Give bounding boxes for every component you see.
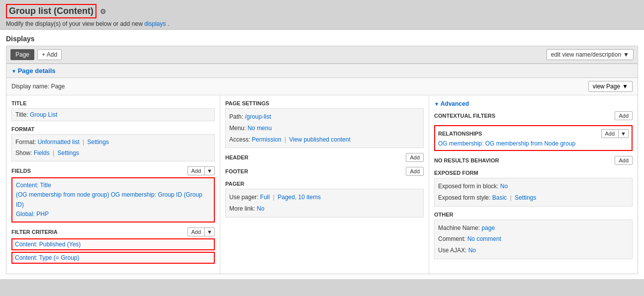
edit-view-button[interactable]: edit view name/description ▼ [547,49,634,60]
menu-value-link[interactable]: No menu [248,125,272,132]
title-section-content: Title: Group List [11,108,215,121]
page-header: Group list (Content) ⚙ Modify the displa… [0,0,644,30]
more-link-value[interactable]: No [257,205,264,212]
access-label: Access: [229,136,250,143]
filter-criteria-label: FILTER CRITERIA [11,229,58,235]
format-value-link[interactable]: Unformatted list [38,139,80,146]
page-details-title[interactable]: Page details [11,67,56,74]
contextual-filters-label: CONTEXTUAL FILTERS [434,113,495,119]
show-label: Show: [15,149,32,156]
view-page-button[interactable]: view Page ▼ [588,81,633,92]
header-section-label: HEADER [225,154,248,160]
filter-item-0[interactable]: Content: Published (Yes) [11,238,215,250]
col-middle: PAGE SETTINGS Path: /group-list Menu: No… [220,95,429,274]
displays-link[interactable]: displays [144,20,166,27]
block-label: Exposed form in block: [438,183,498,190]
dropdown-arrow-icon: ▼ [623,51,629,58]
show-row: Show: Fields | Settings [15,148,211,159]
use-pager-label: Use pager: [229,194,259,201]
footer-section-label: FOOTER [225,168,248,174]
show-settings-link[interactable]: Settings [58,149,79,156]
display-name-label: Display name: [11,83,49,90]
header-add-button[interactable]: Add [406,153,424,162]
fields-section-header: FIELDS Add ▼ [11,166,215,175]
advanced-header[interactable]: Advanced [434,100,633,107]
style-settings-link[interactable]: Settings [515,194,536,201]
header-section: HEADER Add [225,153,424,162]
filter-add-dropdown: Add ▼ [187,227,215,236]
access-row: Access: Permission | View published cont… [229,134,420,146]
other-content: Machine Name: page Comment: No comment U… [434,220,633,259]
col-right: Advanced CONTEXTUAL FILTERS Add RELATION… [429,95,638,274]
menu-label: Menu: [229,125,246,132]
pager-section-content: Use pager: Full | Paged, 10 items More l… [225,189,424,218]
relationships-header: RELATIONSHIPS Add ▼ [438,129,629,138]
fields-add-button[interactable]: Add [187,166,205,175]
contextual-filters-add-button[interactable]: Add [615,111,633,120]
comment-label: Comment: [438,235,465,242]
other-label: OTHER [434,212,454,218]
block-value-link[interactable]: No [500,183,508,190]
title-value-link[interactable]: Group List [30,111,57,118]
page-details-section: Page details Display name: Page view Pag… [6,64,638,274]
machine-name-row: Machine Name: page [438,222,629,234]
other-header: OTHER [434,212,633,218]
pager-paged-link[interactable]: Paged, 10 items [277,194,321,201]
add-display-button[interactable]: + Add [37,49,62,60]
filter-item-1[interactable]: Content: Type (= Group) [11,252,215,264]
block-row: Exposed form in block: No [438,181,629,192]
path-value-link[interactable]: /group-list [245,113,271,120]
fields-add-arrow-button[interactable]: ▼ [204,166,215,175]
machine-name-value[interactable]: page [481,224,495,231]
relationships-add-button[interactable]: Add [601,129,619,138]
ajax-row: Use AJAX: No [438,245,629,256]
relationships-section: RELATIONSHIPS Add ▼ OG membership: OG me… [434,125,633,151]
pager-section-header: PAGER [225,181,424,187]
fields-section: FIELDS Add ▼ Content: Title (OG membersh… [11,166,215,222]
footer-section: FOOTER Add [225,167,424,176]
title-label: Title: [15,111,28,118]
no-results-add-button[interactable]: Add [615,156,633,165]
filter-items-container: Content: Published (Yes) Content: Type (… [11,238,215,264]
filter-link-1[interactable]: Content: Type (= Group) [15,254,80,261]
displays-left: Page + Add [10,49,62,60]
filter-add-button[interactable]: Add [187,227,205,236]
show-value-link[interactable]: Fields [34,149,50,156]
title-section-label: TITLE [11,100,27,106]
page-settings-content: Path: /group-list Menu: No menu Access: … [225,108,424,148]
relationships-item[interactable]: OG membership: OG membership from Node g… [438,140,575,147]
no-results-header: NO RESULTS BEHAVIOR Add [434,156,633,165]
access-permission-link[interactable]: Permission [252,136,281,143]
field-item-2[interactable]: Global: PHP [16,211,49,218]
ajax-value[interactable]: No [468,247,476,254]
pager-section-label: PAGER [225,181,244,187]
exposed-form-label: EXPOSED FORM [434,170,478,176]
gear-icon[interactable]: ⚙ [100,7,106,15]
path-label: Path: [229,113,243,120]
no-results-section: NO RESULTS BEHAVIOR Add [434,156,633,165]
title-section-header: TITLE [11,100,215,106]
fields-list: Content: Title (OG membership from node … [16,181,210,219]
field-item-0[interactable]: Content: Title [16,182,51,189]
filter-link-0[interactable]: Content: Published (Yes) [15,241,81,248]
menu-row: Menu: No menu [229,123,420,134]
comment-value[interactable]: No comment [467,235,501,242]
field-item-1[interactable]: (OG membership from node group) OG membe… [16,191,202,208]
view-published-link[interactable]: View published content [289,136,351,143]
displays-bar: Page + Add edit view name/description ▼ [6,46,638,64]
filter-add-arrow-button[interactable]: ▼ [204,227,215,236]
displays-section-title: Displays [6,35,638,43]
title-section: TITLE Title: Group List [11,100,215,121]
footer-add-button[interactable]: Add [406,167,424,176]
page-title: Group list (Content) [6,4,96,18]
style-value-link[interactable]: Basic [492,194,507,201]
use-pager-row: Use pager: Full | Paged, 10 items [229,192,420,203]
page-button[interactable]: Page [10,49,34,60]
relationships-label: RELATIONSHIPS [438,131,482,137]
pager-full-link[interactable]: Full [260,194,270,201]
relationships-add-arrow-button[interactable]: ▼ [618,129,629,138]
format-section-header: FORMAT [11,126,215,132]
format-settings-link[interactable]: Settings [88,139,109,146]
footer-section-header: FOOTER Add [225,167,424,176]
format-section: FORMAT Format: Unformatted list | Settin… [11,126,215,161]
